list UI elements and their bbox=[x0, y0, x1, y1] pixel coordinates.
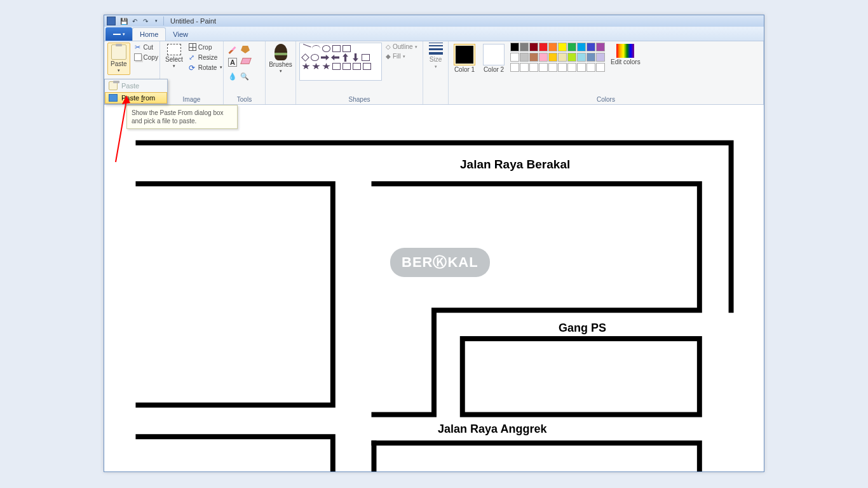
color-swatch[interactable] bbox=[567, 53, 576, 62]
paste-menu-paste[interactable]: Paste bbox=[105, 79, 167, 92]
color-swatch[interactable] bbox=[596, 53, 605, 62]
color-swatch[interactable] bbox=[558, 53, 567, 62]
chevron-down-icon: ▾ bbox=[280, 69, 282, 74]
fill-label: Fill bbox=[393, 53, 401, 60]
magnifier-tool[interactable] bbox=[239, 69, 249, 78]
copy-label: Copy bbox=[144, 54, 158, 61]
color-swatch[interactable] bbox=[539, 43, 548, 51]
copy-button[interactable]: Copy bbox=[133, 53, 159, 62]
quick-access-toolbar: 💾 ↶ ↷ ▾ bbox=[119, 17, 161, 25]
color-swatch-empty[interactable] bbox=[510, 63, 519, 72]
paste-label: Paste bbox=[111, 60, 127, 67]
eraser-tool[interactable] bbox=[240, 57, 252, 65]
edit-colors-icon bbox=[616, 44, 634, 58]
rotate-label: Rotate bbox=[198, 64, 217, 71]
color1-button[interactable]: Color 1 bbox=[452, 43, 477, 74]
app-icon[interactable] bbox=[107, 17, 116, 25]
canvas[interactable]: Jalan Raya Berakal Gang PS Jalan Raya An… bbox=[104, 105, 764, 471]
title-bar: 💾 ↶ ↷ ▾ Untitled - Paint bbox=[104, 15, 764, 27]
color-swatch[interactable] bbox=[539, 53, 548, 62]
color-swatch-empty[interactable] bbox=[587, 63, 595, 72]
color-swatch-empty[interactable] bbox=[577, 63, 586, 72]
size-label: Size bbox=[430, 56, 442, 63]
qat-undo-icon[interactable]: ↶ bbox=[130, 17, 139, 25]
file-menu-button[interactable]: ▾ bbox=[105, 27, 132, 41]
color-swatch-empty[interactable] bbox=[529, 63, 538, 72]
color-swatch[interactable] bbox=[577, 43, 586, 51]
resize-icon bbox=[189, 53, 196, 61]
color-swatch[interactable] bbox=[510, 43, 519, 51]
color-swatch[interactable] bbox=[529, 53, 538, 62]
color1-well bbox=[454, 44, 475, 65]
picker-tool[interactable] bbox=[227, 69, 237, 78]
tab-view[interactable]: View bbox=[166, 27, 195, 41]
text-tool[interactable]: A bbox=[227, 57, 238, 67]
paste-from-label: Paste from bbox=[121, 94, 155, 102]
group-image: Select ▾ Crop Resize Rotate▾ Image bbox=[160, 41, 224, 104]
brushes-group-label bbox=[269, 96, 292, 104]
chevron-down-icon: ▾ bbox=[118, 68, 120, 73]
window-title: Untitled - Paint bbox=[170, 17, 216, 25]
color-swatch[interactable] bbox=[548, 53, 557, 62]
color-swatch-empty[interactable] bbox=[539, 63, 548, 72]
cut-button[interactable]: Cut bbox=[133, 43, 159, 51]
color-swatch[interactable] bbox=[510, 53, 519, 62]
color-swatch[interactable] bbox=[520, 43, 529, 51]
crop-button[interactable]: Crop bbox=[187, 43, 224, 51]
color-swatch-empty[interactable] bbox=[596, 63, 605, 72]
color-swatch[interactable] bbox=[577, 53, 586, 62]
image-group-label: Image bbox=[163, 96, 220, 104]
size-lines-icon bbox=[428, 43, 444, 55]
resize-button[interactable]: Resize bbox=[187, 53, 224, 62]
pencil-tool[interactable] bbox=[227, 45, 238, 55]
shapes-gallery[interactable] bbox=[299, 43, 382, 81]
select-label: Select bbox=[165, 56, 183, 63]
color-palette bbox=[510, 43, 605, 72]
color2-button[interactable]: Color 2 bbox=[481, 43, 506, 74]
chevron-down-icon: ▾ bbox=[435, 64, 437, 69]
clipboard-icon bbox=[111, 44, 126, 60]
color-swatch[interactable] bbox=[558, 43, 567, 51]
brushes-button[interactable]: Brushes ▾ bbox=[267, 43, 294, 75]
color-swatch[interactable] bbox=[520, 53, 529, 62]
group-size: Size ▾ bbox=[423, 41, 449, 104]
zoom-icon bbox=[240, 70, 248, 78]
copy-icon bbox=[134, 53, 142, 61]
edit-colors-button[interactable]: Edit colors bbox=[609, 43, 642, 67]
shapes-group-label: Shapes bbox=[299, 96, 419, 104]
group-brushes: Brushes ▾ bbox=[266, 41, 296, 104]
color-swatch[interactable] bbox=[587, 53, 595, 62]
rotate-button[interactable]: Rotate▾ bbox=[187, 63, 224, 72]
title-separator bbox=[163, 17, 164, 25]
size-button[interactable]: Size ▾ bbox=[426, 43, 446, 69]
tab-home[interactable]: Home bbox=[132, 27, 166, 41]
color-swatch[interactable] bbox=[587, 43, 595, 51]
color-swatch-empty[interactable] bbox=[558, 63, 567, 72]
color-swatch[interactable] bbox=[567, 43, 576, 51]
paste-button[interactable]: Paste ▾ bbox=[107, 43, 130, 75]
qat-redo-icon[interactable]: ↷ bbox=[141, 17, 150, 25]
picker-icon bbox=[228, 70, 236, 78]
tools-group-label: Tools bbox=[227, 96, 262, 104]
select-button[interactable]: Select ▾ bbox=[163, 43, 185, 70]
select-icon bbox=[167, 44, 181, 55]
color-swatch-empty[interactable] bbox=[548, 63, 557, 72]
shape-outline-button[interactable]: ◇Outline▾ bbox=[384, 43, 419, 51]
ribbon: Paste ▾ Cut Copy Clipboard Select ▾ Cro bbox=[104, 41, 764, 105]
resize-label: Resize bbox=[198, 54, 218, 61]
shape-fill-button[interactable]: ◆Fill▾ bbox=[384, 52, 419, 60]
color-swatch[interactable] bbox=[529, 43, 538, 51]
color-swatch-empty[interactable] bbox=[567, 63, 576, 72]
qat-save-icon[interactable]: 💾 bbox=[119, 17, 128, 25]
fill-tool[interactable] bbox=[240, 45, 251, 54]
color-swatch-empty[interactable] bbox=[520, 63, 529, 72]
color2-well bbox=[483, 44, 505, 65]
canvas-label-gang-ps: Gang PS bbox=[559, 322, 606, 335]
color-swatch[interactable] bbox=[596, 43, 605, 51]
qat-customize-icon[interactable]: ▾ bbox=[152, 17, 161, 25]
rotate-icon bbox=[189, 64, 196, 71]
paste-menu-paste-from[interactable]: Paste from bbox=[105, 92, 167, 104]
outline-icon: ◇ bbox=[386, 43, 391, 50]
color-swatch[interactable] bbox=[548, 43, 557, 51]
group-tools: A Tools bbox=[224, 41, 266, 104]
